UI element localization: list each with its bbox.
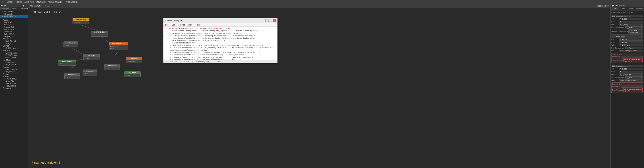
node-extra3[interactable]: write SS ● FINISHED bbox=[126, 57, 142, 63]
tree-images-folder[interactable]: ▾ IMAGES bbox=[0, 49, 28, 52]
s2-from-value[interactable]: (Fsm) ES3 Spreadsheet bbox=[619, 50, 643, 52]
section2-header[interactable]: ES3 Spreadsheet ▾ ⊕ bbox=[611, 35, 643, 38]
node-port: ● next bbox=[66, 76, 79, 78]
tree-gizmos-folder[interactable]: ▾ Gizmos bbox=[0, 45, 28, 47]
s2-error-event-row: Error Event ▼ bbox=[612, 56, 642, 58]
from-value[interactable]: (Fsm) ES3 Spreadsheet bbox=[628, 29, 643, 34]
minimize-button[interactable]: - bbox=[266, 19, 269, 22]
s3-col-dropdown[interactable]: AI_INDEX ▼ bbox=[619, 68, 643, 70]
tree-item-simplefantasy[interactable]: SimpleFantas... bbox=[0, 78, 28, 80]
tree-item-flat[interactable]: Flat_Icons_2 bbox=[0, 28, 28, 31]
s2-ss-dropdown[interactable]: SS_JVars ▼ bbox=[625, 47, 643, 49]
node-extra2[interactable]: check val ● done bbox=[82, 69, 97, 75]
tree-assets-folder[interactable]: ▾ Assets bbox=[0, 19, 28, 21]
lock-button[interactable]: Lock bbox=[598, 5, 603, 7]
menu-file[interactable]: File bbox=[164, 23, 169, 26]
close-button[interactable]: × bbox=[273, 19, 276, 22]
tree-item-textmesh[interactable]: TextMeshPro bbox=[0, 85, 28, 87]
sub-tab-all-models[interactable]: ▸ All Models bbox=[0, 13, 28, 15]
toolbar-project[interactable]: ≡ bbox=[1, 1, 4, 3]
tree-plugins-folder[interactable]: ▾ Plugins bbox=[0, 66, 28, 68]
tree-item-sci[interactable]: #50_Sci-Fi... bbox=[0, 21, 28, 23]
toolbar-tab-audio[interactable]: Audio Mixer bbox=[24, 1, 35, 3]
col-dropdown[interactable]: AI_INDEX ▼ bbox=[619, 18, 643, 20]
tab-state[interactable]: State bbox=[619, 7, 627, 10]
breadcrumb-inittracker[interactable]: initTRACKER bbox=[29, 5, 41, 7]
tree-item-resources[interactable]: Resources_... bbox=[0, 31, 28, 33]
node-opponents[interactable]: OPPONENTS ● initTrack bbox=[72, 18, 89, 24]
s2-col-dropdown[interactable]: AI_INDEX ▼ bbox=[619, 38, 643, 40]
tab-favorites[interactable]: Favorites bbox=[0, 7, 10, 10]
tree-item-avatars[interactable]: Avatars_256 bbox=[0, 26, 28, 28]
tree-item-special[interactable]: SpecialSkillE bbox=[0, 82, 28, 85]
s3-from-value[interactable]: (Fsm) ES3 Spreadsheet bbox=[619, 79, 643, 82]
menu-view[interactable]: View bbox=[188, 23, 193, 26]
s2-val-dropdown[interactable]: AI_ROWvalG ▼ bbox=[619, 44, 643, 46]
tree-item-net[interactable]: net.fabrepren bbox=[0, 56, 28, 59]
tree-item-battledie[interactable]: BattleDie_v3 bbox=[0, 40, 28, 42]
maximize-button[interactable]: □ bbox=[269, 19, 272, 22]
tree-item-gui[interactable]: GUI Kit - Matt bbox=[0, 47, 28, 49]
s3-ss-dropdown[interactable]: SS_JVals ▼ bbox=[625, 76, 643, 79]
tree-item-polygon2[interactable]: PolygonGoFS bbox=[0, 71, 28, 73]
selected-item[interactable]: ▸ OPPONENTS_v2 bbox=[0, 15, 28, 17]
lock-icon[interactable]: 🔒 bbox=[22, 4, 24, 6]
tree-item-dice[interactable]: Dice_8 bbox=[0, 42, 28, 45]
s2-val-value: AI_ROWvalG bbox=[620, 44, 630, 46]
tree-item-kevin[interactable]: Kevin Iglesias bbox=[0, 52, 28, 54]
node-extra4[interactable]: save tracker ● done bbox=[124, 71, 140, 77]
sub-tab-all-materials[interactable]: ▸ All Materials bbox=[0, 10, 28, 13]
tree-packages-folder[interactable]: ▸ Packages bbox=[0, 87, 28, 89]
tree-item-weapon[interactable]: Weapon_25... bbox=[0, 35, 28, 38]
tree-item-kubikos[interactable]: KUBIKOS - Wc bbox=[0, 54, 28, 56]
toolbar-tab-package[interactable]: Package Manager bbox=[46, 1, 63, 3]
options-icon[interactable]: ⋮ bbox=[641, 4, 643, 6]
toolbar-tab-playmaker[interactable]: PlayMaker bbox=[36, 1, 46, 3]
tab-events[interactable]: Events bbox=[627, 7, 635, 10]
section3-header[interactable]: ES3 Spreadsheet Get Cell ▾ ⊕ bbox=[611, 65, 643, 67]
select-button[interactable]: Select bbox=[603, 5, 610, 7]
node-3[interactable]: set tracker ● next bbox=[64, 41, 78, 47]
s2-row-dropdown[interactable]: AI_INDEX ▼ bbox=[619, 41, 643, 43]
fsm-canvas[interactable]: initTRACKER : FSM OPPONENTS ● initTrack bbox=[28, 8, 610, 168]
tree-item-pm1[interactable]: PlayMaker PU bbox=[0, 61, 28, 64]
toolbar-tab-profiler[interactable]: Profiler bbox=[15, 1, 23, 3]
notepad-text-area[interactable]: System.FormatException: Input string was… bbox=[164, 27, 277, 60]
menu-format[interactable]: Format bbox=[178, 23, 186, 26]
ss-dropdown[interactable]: SS_JVars ▼ bbox=[625, 26, 643, 29]
node-countdown[interactable]: count tracker ● tick bbox=[58, 60, 76, 66]
menu-help[interactable]: Help bbox=[195, 23, 200, 26]
s3-row-value[interactable]: 4 bbox=[619, 71, 643, 73]
s2-error-msg-value[interactable]: System.FormatException: Input strin... bbox=[623, 58, 642, 62]
tree-archanor-folder[interactable]: ▾ Archanor bbox=[0, 38, 28, 40]
tab-variables[interactable]: Variables bbox=[635, 7, 644, 10]
s3-error-msg-value[interactable]: System.FormatException: Input strin... bbox=[623, 88, 642, 92]
section1-header[interactable]: ES3 Spreadsheet Get Cell ▾ ⊕ bbox=[611, 15, 643, 17]
toolbar-tab-console[interactable]: Console bbox=[6, 1, 14, 3]
s3-error-event-dropdown[interactable]: ▼ bbox=[621, 85, 642, 88]
stack-line-3: Info, System.Boolean parseDecimal) [0x00… bbox=[164, 35, 276, 37]
node-extra5[interactable]: increment ● next bbox=[64, 73, 80, 79]
menu-edit[interactable]: Edit bbox=[171, 23, 176, 26]
s2-error-event-dropdown[interactable]: ▼ bbox=[621, 56, 642, 58]
value-dropdown[interactable]: AI_Z_string ▼ bbox=[619, 23, 643, 26]
tab-assets[interactable]: Assets bbox=[10, 7, 19, 10]
tab-fsm[interactable]: FSM bbox=[610, 7, 619, 10]
tree-item-simplesky[interactable]: SimpleSky bbox=[0, 80, 28, 82]
s3-val-dropdown[interactable]: AI_4_ROWvalG ▼ bbox=[619, 73, 643, 76]
node-extra1[interactable]: update row ● next bbox=[104, 64, 120, 70]
tree-settings-folder[interactable]: ▸ Settings bbox=[0, 73, 28, 75]
options-icon[interactable]: ⋮ bbox=[25, 4, 27, 6]
tree-item-armor[interactable]: Armor_256 bbox=[0, 23, 28, 26]
node-inittracker[interactable]: initTRACKER ● start bbox=[91, 31, 108, 36]
tree-item-skills[interactable]: Skills_256_2 bbox=[0, 33, 28, 35]
toolbar-tab-settings[interactable]: Project Settings bbox=[64, 1, 78, 3]
node-getcell[interactable]: get cell from SS ● FINISHED ● error bbox=[109, 42, 128, 50]
node-ssjvars[interactable]: SS_JVars ● load bbox=[84, 54, 100, 60]
close-icon[interactable]: ✕ bbox=[639, 4, 640, 6]
tree-item-polygon1[interactable]: PolygonFanta... bbox=[0, 68, 28, 71]
tree-playmaker-folder[interactable]: ▾ PlayMaker bbox=[0, 59, 28, 61]
tree-scenes-folder[interactable]: ▾ Scenes bbox=[0, 75, 28, 78]
tree-item-pm2[interactable]: PlayMaker PU bbox=[0, 64, 28, 66]
row-value[interactable]: 0 bbox=[619, 21, 643, 23]
